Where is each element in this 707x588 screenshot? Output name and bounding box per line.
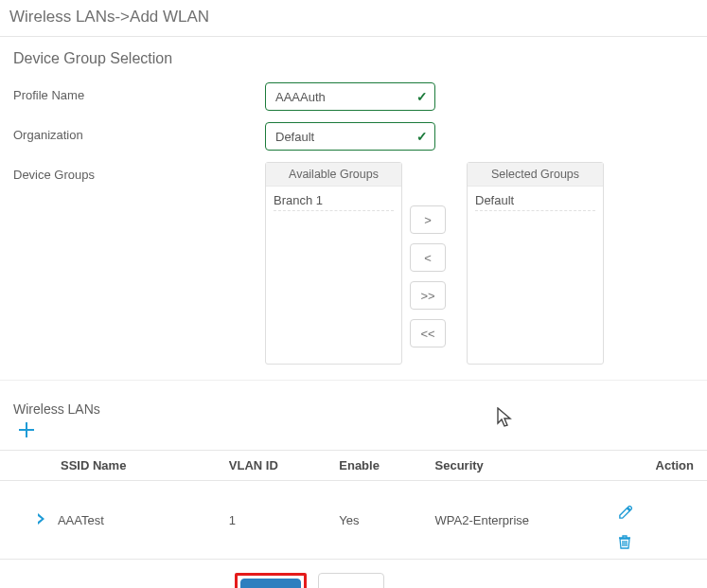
col-ssid: SSID Name (0, 451, 220, 481)
plus-icon (19, 422, 34, 437)
trash-icon (618, 535, 631, 549)
list-item[interactable]: Branch 1 (274, 190, 394, 211)
organization-input[interactable] (265, 122, 435, 151)
breadcrumb: Wireless LANs->Add WLAN (0, 0, 707, 37)
available-groups-header: Available Groups (266, 163, 401, 187)
cell-ssid: AAATest (58, 513, 104, 527)
edit-icon (618, 506, 632, 520)
checkmark-icon: ✓ (416, 89, 428, 104)
section-title: Device Group Selection (0, 37, 707, 73)
cell-vlan: 1 (220, 481, 329, 560)
move-all-right-button[interactable]: >> (410, 281, 446, 310)
list-item[interactable]: Default (475, 190, 595, 211)
table-row: AAATest 1 Yes WPA2-Enterprise (0, 481, 707, 560)
label-device-groups: Device Groups (13, 162, 265, 182)
save-button[interactable]: Save (240, 579, 301, 588)
profile-name-input[interactable] (265, 82, 435, 111)
delete-row-button[interactable] (618, 535, 698, 549)
col-vlan: VLAN ID (220, 451, 329, 481)
expand-row-toggle[interactable] (36, 513, 45, 525)
available-groups-listbox[interactable]: Available Groups Branch 1 (265, 162, 402, 365)
col-security: Security (426, 451, 609, 481)
save-highlight: Save (235, 573, 307, 588)
label-organization: Organization (13, 122, 265, 142)
col-enable: Enable (329, 451, 425, 481)
label-profile-name: Profile Name (13, 82, 265, 102)
chevron-right-icon (36, 513, 45, 525)
cell-enable: Yes (329, 481, 425, 560)
wireless-lans-title: Wireless LANs (13, 401, 698, 417)
add-wlan-button[interactable] (13, 417, 40, 445)
selected-groups-listbox[interactable]: Selected Groups Default (467, 162, 604, 365)
wlan-table: SSID Name VLAN ID Enable Security Action… (0, 450, 707, 560)
cancel-button[interactable]: Cancel (318, 573, 384, 588)
move-all-left-button[interactable]: << (410, 319, 446, 347)
col-action: Action (609, 451, 707, 481)
edit-row-button[interactable] (618, 506, 698, 520)
move-right-button[interactable]: > (410, 205, 446, 234)
cell-security: WPA2-Enterprise (426, 481, 609, 560)
selected-groups-header: Selected Groups (468, 163, 603, 187)
move-left-button[interactable]: < (410, 243, 446, 272)
checkmark-icon: ✓ (416, 129, 428, 144)
